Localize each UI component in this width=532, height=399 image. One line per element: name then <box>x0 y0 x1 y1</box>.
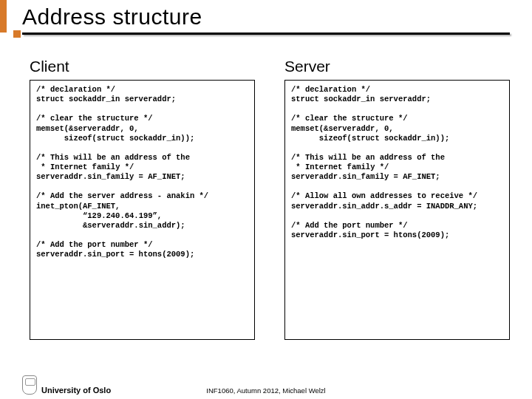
server-heading: Server <box>284 58 510 75</box>
university-name: University of Oslo <box>41 386 111 395</box>
content-columns: Client /* declaration */ struct sockaddr… <box>0 33 532 340</box>
server-column: Server /* declaration */ struct sockaddr… <box>284 58 510 340</box>
footer: University of Oslo INF1060, Autumn 2012,… <box>0 375 532 395</box>
university-crest-icon <box>22 375 37 395</box>
client-code: /* declaration */ struct sockaddr_in ser… <box>30 80 255 340</box>
client-heading: Client <box>30 58 255 75</box>
server-code: /* declaration */ struct sockaddr_in ser… <box>284 80 510 340</box>
slide-title: Address structure <box>0 0 532 33</box>
accent-bar <box>0 0 7 33</box>
title-underline <box>22 33 510 35</box>
course-info: INF1060, Autumn 2012, Michael Welzl <box>206 386 325 395</box>
client-column: Client /* declaration */ struct sockaddr… <box>30 58 255 340</box>
